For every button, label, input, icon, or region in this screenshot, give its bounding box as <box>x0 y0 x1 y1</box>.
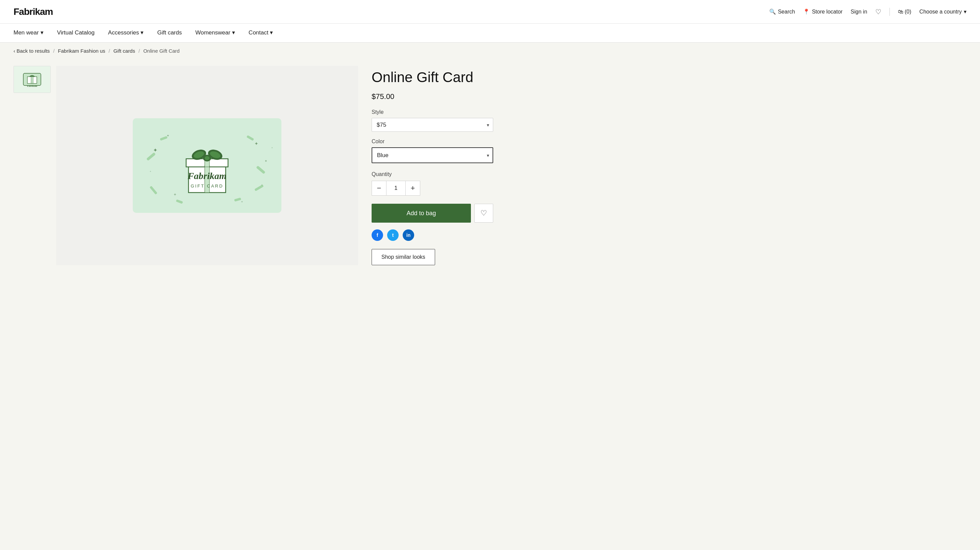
chevron-down-icon: ▾ <box>232 29 235 36</box>
breadcrumb-separator: / <box>53 48 54 54</box>
svg-text:GIFT CARD: GIFT CARD <box>191 183 224 189</box>
nav-item-contact[interactable]: Contact ▾ <box>249 24 273 42</box>
bag-count: (0) <box>905 9 912 15</box>
back-label: Back to results <box>17 48 50 54</box>
quantity-increase-button[interactable]: + <box>406 181 420 196</box>
style-label: Style <box>372 109 493 115</box>
twitter-share-button[interactable]: t <box>387 229 399 241</box>
color-selector-wrap: Blue Green Red Pink ▾ <box>372 147 493 163</box>
svg-text:✦: ✦ <box>153 147 158 153</box>
quantity-label: Quantity <box>372 171 493 177</box>
bag-button[interactable]: 🛍 (0) <box>898 9 912 15</box>
svg-rect-2 <box>31 77 33 83</box>
linkedin-icon: in <box>406 232 410 238</box>
svg-text:+: + <box>271 146 273 149</box>
quantity-value: 1 <box>387 181 406 196</box>
linkedin-share-button[interactable]: in <box>402 229 414 241</box>
add-to-bag-button[interactable]: Add to bag <box>372 204 471 223</box>
thumbnail-column: Fabrikam <box>14 66 51 265</box>
main-nav: Men wear ▾ Virtual Catalog Accessories ▾… <box>0 24 980 43</box>
breadcrumb-current: Online Gift Card <box>143 48 180 54</box>
header: Fabrikam 🔍 Search 📍 Store locator Sign i… <box>0 0 980 24</box>
nav-item-men-wear[interactable]: Men wear ▾ <box>14 24 44 42</box>
chevron-down-icon: ▾ <box>41 29 44 36</box>
svg-text:✦: ✦ <box>173 192 177 197</box>
search-label: Search <box>778 9 795 15</box>
product-title: Online Gift Card <box>372 69 493 86</box>
svg-text:Fabrikam: Fabrikam <box>187 171 226 181</box>
nav-item-gift-cards[interactable]: Gift cards <box>157 24 182 42</box>
store-locator-button[interactable]: 📍 Store locator <box>803 8 843 15</box>
wishlist-header-icon[interactable]: ♡ <box>875 8 881 16</box>
gift-card-visual: ✦ ✦ ✦ ✦ + + ✦ ✦ + <box>133 118 282 213</box>
nav-item-accessories[interactable]: Accessories ▾ <box>108 24 144 42</box>
chevron-down-icon: ▾ <box>270 29 273 36</box>
wishlist-button[interactable]: ♡ <box>474 204 493 223</box>
color-label: Color <box>372 138 493 145</box>
product-price: $75.00 <box>372 92 493 101</box>
svg-text:✦: ✦ <box>264 159 267 163</box>
nav-item-womenswear[interactable]: Womenswear ▾ <box>195 24 235 42</box>
logo[interactable]: Fabrikam <box>14 6 53 17</box>
twitter-icon: t <box>392 232 394 238</box>
breadcrumb-category-link[interactable]: Gift cards <box>113 48 135 54</box>
add-to-bag-row: Add to bag ♡ <box>372 204 493 223</box>
location-icon: 📍 <box>803 8 810 15</box>
svg-text:+: + <box>150 170 151 173</box>
svg-text:Fabrikam: Fabrikam <box>27 85 37 87</box>
style-select[interactable]: $25 $50 $75 $100 $150 $200 <box>372 118 493 132</box>
search-icon: 🔍 <box>769 8 776 15</box>
country-selector[interactable]: Choose a country ▾ <box>920 8 966 15</box>
chevron-down-icon: ▾ <box>964 8 966 15</box>
quantity-decrease-button[interactable]: − <box>372 181 387 196</box>
svg-text:+: + <box>261 183 263 186</box>
chevron-down-icon: ▾ <box>140 29 143 36</box>
svg-point-31 <box>205 156 210 160</box>
header-divider <box>889 8 890 16</box>
main-product-image: ✦ ✦ ✦ ✦ + + ✦ ✦ + <box>56 66 358 265</box>
chevron-left-icon: ‹ <box>14 48 15 54</box>
product-details: Online Gift Card $75.00 Style $25 $50 $7… <box>372 66 493 265</box>
style-selector-wrap: $25 $50 $75 $100 $150 $200 ▾ <box>372 118 493 132</box>
breadcrumb: ‹ Back to results / Fabrikam Fashion us … <box>0 43 980 59</box>
social-share-row: f t in <box>372 229 493 241</box>
signin-button[interactable]: Sign in <box>851 9 867 15</box>
nav-item-virtual-catalog[interactable]: Virtual Catalog <box>57 24 95 42</box>
country-label: Choose a country <box>920 9 962 15</box>
svg-text:✦: ✦ <box>167 134 169 138</box>
facebook-share-button[interactable]: f <box>372 229 383 241</box>
color-select[interactable]: Blue Green Red Pink <box>372 147 493 163</box>
main-content: Fabrikam <box>0 59 507 286</box>
store-locator-label: Store locator <box>812 9 843 15</box>
search-button[interactable]: 🔍 Search <box>769 8 795 15</box>
facebook-icon: f <box>377 232 379 238</box>
product-gallery: Fabrikam <box>14 66 358 265</box>
breadcrumb-separator: / <box>138 48 140 54</box>
back-to-results-link[interactable]: ‹ Back to results <box>14 48 50 54</box>
heart-icon: ♡ <box>480 209 487 218</box>
bag-icon: 🛍 <box>898 9 903 15</box>
header-right: 🔍 Search 📍 Store locator Sign in ♡ 🛍 (0)… <box>769 8 966 16</box>
svg-text:✦: ✦ <box>241 200 243 203</box>
breadcrumb-home-link[interactable]: Fabrikam Fashion us <box>58 48 105 54</box>
thumbnail-1[interactable]: Fabrikam <box>14 66 51 93</box>
shop-similar-button[interactable]: Shop similar looks <box>372 249 435 265</box>
quantity-row: − 1 + <box>372 181 433 196</box>
breadcrumb-separator: / <box>109 48 110 54</box>
svg-text:✦: ✦ <box>255 141 258 146</box>
